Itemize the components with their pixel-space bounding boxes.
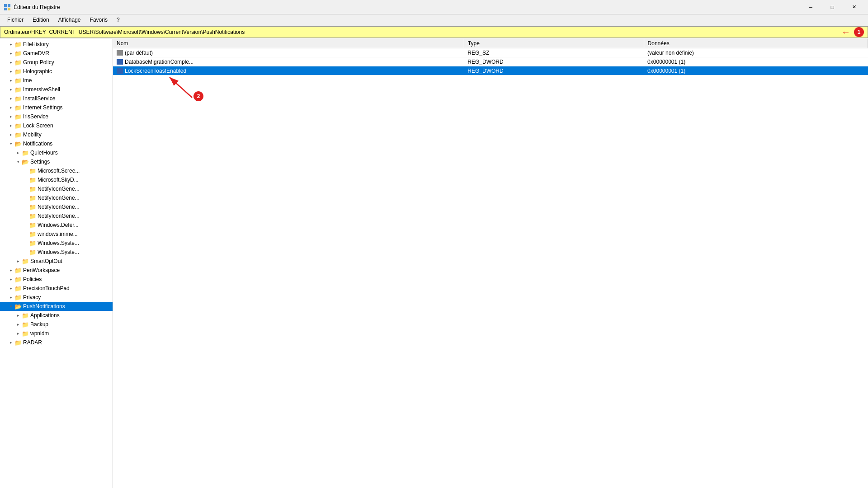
- expand-btn[interactable]: ▸: [7, 267, 14, 274]
- tree-item[interactable]: 📁NotifyIconGene...: [0, 202, 113, 211]
- tree-item[interactable]: ▾📂Settings: [0, 157, 113, 166]
- tree-item[interactable]: ▸📁Holographic: [0, 67, 113, 76]
- table-row[interactable]: (par défaut)REG_SZ(valeur non définie): [113, 48, 868, 57]
- expand-btn[interactable]: ▸: [14, 149, 22, 156]
- folder-icon: 📁: [14, 339, 22, 346]
- expand-btn[interactable]: ▸: [7, 86, 14, 93]
- tree-item[interactable]: ▸📁Group Policy: [0, 58, 113, 67]
- annotation-arrow-2: [167, 73, 203, 100]
- expand-btn[interactable]: [22, 203, 29, 211]
- value-type: REG_DWORD: [464, 57, 644, 66]
- tree-item[interactable]: ▸📁FileHistory: [0, 40, 113, 49]
- tree-label: Holographic: [23, 68, 52, 75]
- tree-item[interactable]: ▸📁QuietHours: [0, 148, 113, 157]
- tree-item[interactable]: ▾📂Notifications: [0, 139, 113, 148]
- expand-btn[interactable]: ▸: [7, 294, 14, 301]
- expand-btn[interactable]: [22, 212, 29, 220]
- tree-item[interactable]: 📁Windows.Syste...: [0, 239, 113, 248]
- tree-item[interactable]: ▸📁Lock Screen: [0, 121, 113, 130]
- tree-item[interactable]: 📁Microsoft.Scree...: [0, 166, 113, 175]
- expand-btn[interactable]: ▸: [14, 330, 22, 337]
- tree-item[interactable]: ▸📁SmartOptOut: [0, 257, 113, 266]
- tree-item[interactable]: ▸📁RADAR: [0, 338, 113, 347]
- expand-btn[interactable]: ▸: [14, 321, 22, 328]
- col-nom: Nom: [113, 39, 464, 48]
- menu-fichier[interactable]: Fichier: [4, 16, 27, 24]
- menu-affichage[interactable]: Affichage: [55, 16, 85, 24]
- menu-favoris[interactable]: Favoris: [86, 16, 111, 24]
- expand-btn[interactable]: ▸: [7, 285, 14, 292]
- expand-btn[interactable]: [22, 249, 29, 256]
- folder-icon: 📁: [22, 321, 29, 328]
- expand-btn[interactable]: [22, 167, 29, 174]
- expand-btn[interactable]: ▾: [14, 158, 22, 165]
- tree-item[interactable]: ▸📁ime: [0, 76, 113, 85]
- tree-item[interactable]: 📁Windows.Defer...: [0, 221, 113, 230]
- tree-label: GameDVR: [23, 50, 49, 56]
- tree-item[interactable]: ▸📁Policies: [0, 275, 113, 284]
- tree-item[interactable]: ▸📁PrecisionTouchPad: [0, 284, 113, 293]
- tree-item[interactable]: ▸📁ImmersiveShell: [0, 85, 113, 94]
- expand-btn[interactable]: ▸: [7, 50, 14, 57]
- expand-btn[interactable]: ▸: [7, 113, 14, 120]
- expand-btn[interactable]: ▸: [7, 41, 14, 48]
- menu-help[interactable]: ?: [113, 16, 123, 24]
- expand-btn[interactable]: [22, 230, 29, 238]
- expand-btn[interactable]: [22, 176, 29, 183]
- registry-tree[interactable]: ▸📁FileHistory▸📁GameDVR▸📁Group Policy▸📁Ho…: [0, 39, 113, 488]
- tree-label: Microsoft.Scree...: [38, 168, 80, 174]
- tree-item[interactable]: 📁NotifyIconGene...: [0, 193, 113, 202]
- tree-item[interactable]: ▸📁PenWorkspace: [0, 266, 113, 275]
- expand-btn[interactable]: [22, 221, 29, 229]
- expand-btn[interactable]: [22, 185, 29, 192]
- menu-edition[interactable]: Edition: [29, 16, 53, 24]
- tree-label: windows.imme...: [38, 231, 78, 237]
- tree-item[interactable]: ▸📁wpnidm: [0, 329, 113, 338]
- expand-btn[interactable]: ▸: [14, 312, 22, 319]
- expand-btn[interactable]: ▸: [7, 104, 14, 111]
- expand-btn[interactable]: ▸: [7, 59, 14, 66]
- folder-icon: 📁: [22, 150, 29, 156]
- expand-btn[interactable]: ▸: [7, 276, 14, 283]
- tree-item[interactable]: 📁NotifyIconGene...: [0, 211, 113, 221]
- expand-btn[interactable]: ▸: [7, 122, 14, 129]
- tree-item[interactable]: ▾📂PushNotifications: [0, 302, 113, 311]
- tree-item[interactable]: ▸📁Applications: [0, 311, 113, 320]
- expand-btn[interactable]: ▸: [7, 68, 14, 75]
- tree-item[interactable]: ▸📁InstallService: [0, 94, 113, 103]
- expand-btn[interactable]: [22, 239, 29, 247]
- expand-btn[interactable]: [22, 194, 29, 202]
- tree-item[interactable]: ▸📁IrisService: [0, 112, 113, 121]
- minimize-button[interactable]: ─: [800, 1, 821, 14]
- tree-item[interactable]: 📁Microsoft.SkyD...: [0, 175, 113, 184]
- folder-icon: 📁: [14, 95, 22, 102]
- table-row[interactable]: LockScreenToastEnabledREG_DWORD0x0000000…: [113, 66, 868, 75]
- col-donnees: Données: [644, 39, 868, 48]
- folder-icon: 📁: [14, 113, 22, 120]
- expand-btn[interactable]: ▸: [7, 131, 14, 138]
- tree-item[interactable]: ▸📁GameDVR: [0, 49, 113, 58]
- tree-item[interactable]: ▸📁Internet Settings: [0, 103, 113, 112]
- tree-item[interactable]: 📁NotifyIconGene...: [0, 184, 113, 193]
- expand-btn[interactable]: ▾: [7, 140, 14, 147]
- expand-btn[interactable]: ▸: [14, 258, 22, 265]
- address-path[interactable]: Ordinateur\HKEY_CURRENT_USER\Software\Mi…: [4, 29, 838, 35]
- expand-btn[interactable]: ▸: [7, 77, 14, 84]
- table-row[interactable]: DatabaseMigrationComple...REG_DWORD0x000…: [113, 57, 868, 66]
- expand-btn[interactable]: ▾: [7, 303, 14, 310]
- folder-icon: 📁: [29, 177, 36, 183]
- folder-icon: 📁: [22, 312, 29, 319]
- folder-icon: 📁: [29, 186, 36, 192]
- tree-item[interactable]: ▸📁Privacy: [0, 293, 113, 302]
- maximize-button[interactable]: □: [822, 1, 843, 14]
- title-bar-controls: ─ □ ✕: [800, 1, 864, 14]
- tree-item[interactable]: ▸📁Backup: [0, 320, 113, 329]
- tree-label: IrisService: [23, 113, 48, 120]
- folder-icon: 📁: [29, 249, 36, 256]
- expand-btn[interactable]: ▸: [7, 95, 14, 102]
- tree-item[interactable]: ▸📁Mobility: [0, 130, 113, 139]
- expand-btn[interactable]: ▸: [7, 339, 14, 346]
- tree-item[interactable]: 📁Windows.Syste...: [0, 248, 113, 257]
- close-button[interactable]: ✕: [844, 1, 864, 14]
- tree-item[interactable]: 📁windows.imme...: [0, 230, 113, 239]
